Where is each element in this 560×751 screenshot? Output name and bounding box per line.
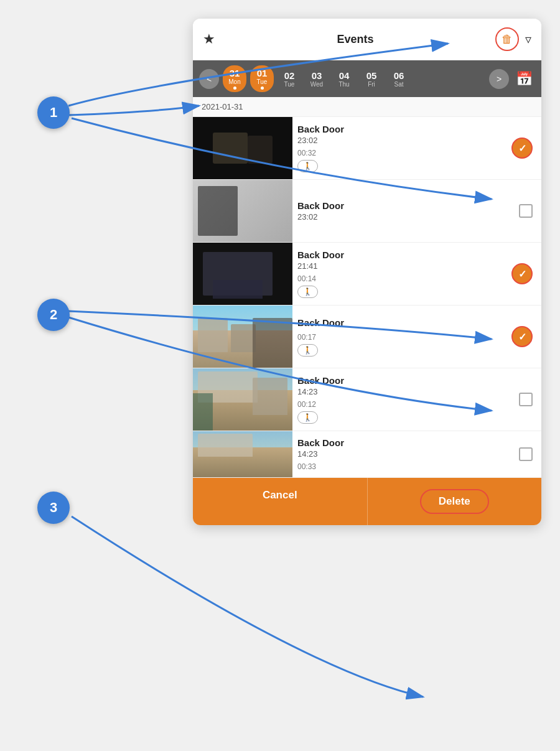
event-item: Back Door 14:23 00:12 🚶 [193, 368, 541, 431]
event-thumbnail[interactable] [193, 368, 292, 431]
event-info: Back Door 14:23 00:33 [292, 431, 510, 477]
event-checkbox[interactable] [503, 306, 541, 368]
motion-tag: 🚶 [297, 286, 318, 298]
event-time: 23:02 [297, 136, 498, 145]
checkbox-unchecked[interactable] [519, 204, 533, 218]
delete-button[interactable]: Delete [420, 489, 489, 514]
day-number: 03 [312, 70, 322, 81]
event-item: Back Door 23:02 00:32 🚶 [193, 117, 541, 180]
motion-icon: 🚶 [303, 162, 312, 170]
checkbox-unchecked[interactable] [519, 447, 533, 461]
day-number: 01 [257, 68, 268, 78]
camera-name: Back Door [297, 250, 498, 260]
event-duration: 00:12 [297, 400, 505, 409]
star-icon[interactable]: ★ [203, 31, 215, 47]
event-thumbnail[interactable] [193, 306, 292, 368]
event-info: Back Door 23:02 00:32 🚶 [292, 117, 503, 179]
event-info: Back Door 21:41 00:14 🚶 [292, 243, 503, 305]
motion-tag: 🚶 [297, 160, 318, 172]
event-dot [233, 86, 236, 90]
checkbox-checked[interactable] [511, 263, 533, 284]
annotation-3: 3 [37, 492, 70, 524]
camera-name: Back Door [297, 437, 505, 448]
event-duration: 00:17 [297, 333, 498, 342]
event-duration: 00:33 [297, 462, 505, 471]
camera-name: Back Door [297, 200, 505, 211]
camera-name: Back Door [297, 375, 505, 386]
day-name: Mon [228, 78, 240, 85]
event-time: 14:23 [297, 449, 505, 459]
page-title: Events [337, 33, 373, 46]
event-thumbnail[interactable] [193, 180, 292, 242]
day-name: Tue [257, 78, 268, 85]
event-time: 23:02 [297, 212, 505, 222]
filter-icon[interactable]: ▿ [525, 32, 531, 47]
cancel-button[interactable]: Cancel [193, 478, 368, 525]
event-duration: 00:14 [297, 274, 498, 283]
event-list: Back Door 23:02 00:32 🚶 Back Door 23:02 [193, 117, 541, 478]
date-item-06[interactable]: 06 Sat [387, 68, 411, 90]
annotation-2: 2 [37, 299, 70, 331]
bottom-bar: Cancel Delete [193, 478, 541, 525]
date-item-04[interactable]: 04 Thu [332, 68, 356, 90]
event-checkbox[interactable] [503, 243, 541, 305]
header: ★ Events 🗑 ▿ [193, 19, 541, 60]
event-checkbox[interactable] [503, 117, 541, 179]
date-item-31[interactable]: 31 Mon [223, 65, 246, 92]
day-name: Sat [394, 81, 403, 88]
annotation-1: 1 [37, 96, 70, 129]
event-info: Back Door 23:02 [292, 180, 510, 242]
checkbox-unchecked[interactable] [519, 393, 533, 406]
day-name: Wed [310, 81, 323, 88]
day-name: Tue [284, 81, 295, 88]
day-number: 02 [284, 70, 295, 81]
event-item: Back Door 00:17 🚶 [193, 306, 541, 368]
camera-name: Back Door [297, 317, 498, 328]
day-number: 06 [394, 70, 404, 81]
checkbox-checked[interactable] [511, 138, 533, 159]
date-label: 2021-01-31 [193, 97, 541, 117]
camera-name: Back Door [297, 124, 498, 134]
event-info: Back Door 00:17 🚶 [292, 306, 503, 368]
calendar-icon[interactable]: 📅 [513, 68, 535, 90]
delete-button[interactable]: 🗑 [495, 27, 519, 51]
date-item-03[interactable]: 03 Wed [305, 68, 329, 90]
event-time: 14:23 [297, 387, 505, 396]
event-item: Back Door 14:23 00:33 [193, 431, 541, 478]
event-time: 21:41 [297, 261, 498, 271]
event-thumbnail[interactable] [193, 431, 292, 477]
event-dot [261, 86, 264, 90]
header-actions: 🗑 ▿ [495, 27, 531, 51]
app-container: ★ Events 🗑 ▿ < 31 Mon 01 Tue 02 Tue 03 W… [193, 19, 541, 525]
event-info: Back Door 14:23 00:12 🚶 [292, 368, 510, 431]
date-item-01[interactable]: 01 Tue [250, 65, 274, 92]
date-strip: < 31 Mon 01 Tue 02 Tue 03 Wed 04 Thu 05 … [193, 60, 541, 97]
date-nav-left[interactable]: < [199, 69, 219, 89]
day-number: 05 [366, 70, 377, 81]
event-item: Back Door 21:41 00:14 🚶 [193, 243, 541, 306]
event-thumbnail[interactable] [193, 117, 292, 179]
event-checkbox[interactable] [510, 368, 541, 431]
event-checkbox[interactable] [510, 431, 541, 477]
motion-icon: 🚶 [303, 346, 312, 355]
day-number: 04 [339, 70, 350, 81]
event-duration: 00:32 [297, 149, 498, 157]
checkbox-checked[interactable] [511, 326, 533, 347]
day-number: 31 [230, 68, 240, 78]
date-item-05[interactable]: 05 Fri [360, 68, 383, 90]
delete-section: Delete [368, 478, 542, 525]
date-item-02[interactable]: 02 Tue [278, 68, 301, 90]
motion-tag: 🚶 [297, 411, 318, 424]
event-checkbox[interactable] [510, 180, 541, 242]
day-name: Thu [338, 81, 349, 88]
day-name: Fri [368, 81, 375, 88]
event-thumbnail[interactable] [193, 243, 292, 305]
motion-icon: 🚶 [303, 287, 312, 296]
motion-icon: 🚶 [303, 413, 312, 422]
motion-tag: 🚶 [297, 344, 318, 357]
event-item: Back Door 23:02 [193, 180, 541, 243]
date-nav-right[interactable]: > [489, 69, 509, 89]
